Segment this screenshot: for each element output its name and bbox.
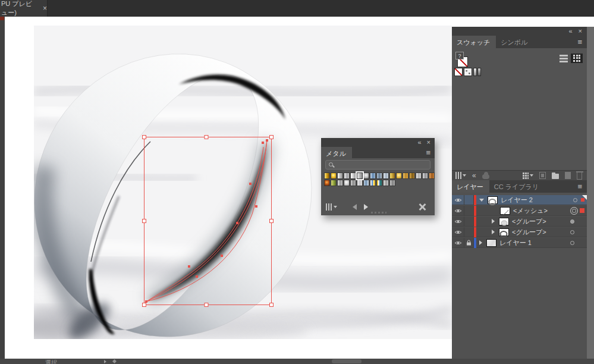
metal-swatch-7[interactable]: [363, 172, 369, 179]
gradient-swatch-1[interactable]: [473, 68, 477, 76]
panel-dock: « × スウォッチ シンボル ≡ ? «: [452, 27, 587, 364]
visibility-eye-icon[interactable]: [452, 227, 464, 237]
lock-toggle[interactable]: [464, 216, 474, 227]
target-circle[interactable]: [573, 198, 577, 202]
close-panel-icon[interactable]: ×: [579, 28, 582, 34]
panel-menu-icon[interactable]: ≡: [573, 180, 587, 193]
new-swatch-icon[interactable]: [565, 172, 570, 179]
none-swatch[interactable]: [454, 68, 463, 76]
gradient-swatch-2[interactable]: [477, 68, 481, 76]
lock-toggle[interactable]: [464, 206, 474, 216]
metal-swatch-10[interactable]: [383, 172, 389, 179]
layer-row-layer1[interactable]: レイヤー 1: [452, 238, 587, 248]
swatch-options-icon[interactable]: [539, 172, 546, 179]
target-circle[interactable]: [570, 219, 574, 224]
close-panel-icon[interactable]: ×: [427, 139, 430, 146]
layer-thumbnail[interactable]: [499, 218, 509, 225]
swatch-libraries-icon[interactable]: [455, 172, 461, 179]
panel-resize-grip[interactable]: [371, 212, 386, 214]
chevron-right-icon[interactable]: [492, 230, 495, 234]
metal-swatch-16[interactable]: [422, 172, 428, 179]
layer-row-layer2[interactable]: レイヤー 2: [452, 195, 587, 205]
metal-swatch-5[interactable]: [350, 180, 356, 186]
layer-name: レイヤー 1: [499, 239, 532, 247]
chevron-right-icon[interactable]: [492, 219, 495, 224]
visibility-eye-icon[interactable]: [452, 216, 464, 227]
layer-thumbnail[interactable]: [499, 228, 509, 236]
grid-view-icon[interactable]: [571, 54, 583, 63]
metal-swatch-5[interactable]: [350, 172, 356, 179]
lock-toggle[interactable]: [464, 195, 474, 205]
metal-swatch-6[interactable]: [357, 180, 363, 186]
search-input[interactable]: [325, 160, 430, 170]
layer-thumbnail[interactable]: [488, 196, 498, 204]
layer-row-mesh[interactable]: <メッシュ>: [452, 206, 587, 216]
visibility-eye-icon[interactable]: [452, 206, 464, 216]
metal-swatch-7[interactable]: [363, 180, 369, 186]
metal-swatch-11[interactable]: [389, 180, 395, 186]
target-circle-targeted[interactable]: [572, 209, 576, 213]
selection-indicator[interactable]: [580, 208, 584, 213]
collapse-panel-icon[interactable]: «: [568, 28, 572, 34]
metal-swatch-2[interactable]: [331, 172, 337, 179]
panel-menu-icon[interactable]: ≡: [422, 147, 435, 158]
metal-swatch-2[interactable]: [331, 180, 337, 186]
layer-row-group1[interactable]: <グループ>: [452, 216, 587, 227]
layers-panel-body: レイヤー 2 <メッシュ>: [452, 193, 587, 364]
document-tab[interactable]: PU プレビュー) ×: [0, 0, 48, 17]
metal-swatch-15[interactable]: [416, 172, 422, 179]
window-right-edge: [587, 27, 594, 364]
metal-swatch-14[interactable]: [409, 172, 415, 179]
metal-swatch-17[interactable]: [429, 172, 435, 179]
color-themes-icon[interactable]: «: [472, 172, 476, 179]
list-view-icon[interactable]: [558, 54, 570, 63]
chevron-right-icon[interactable]: [479, 240, 482, 245]
add-to-library-icon[interactable]: [482, 174, 490, 179]
metal-swatch-3[interactable]: [337, 180, 343, 186]
delete-swatch-icon[interactable]: [577, 172, 582, 180]
layer-row-group2[interactable]: <グループ>: [452, 227, 587, 237]
swatch-libraries-icon[interactable]: [326, 203, 332, 211]
panel-menu-icon[interactable]: ≡: [573, 36, 587, 48]
visibility-eye-icon[interactable]: [452, 238, 464, 248]
metal-swatch-9[interactable]: [376, 180, 382, 186]
metal-swatch-9[interactable]: [376, 172, 382, 179]
metal-swatch-13[interactable]: [403, 172, 408, 179]
metal-swatch-8[interactable]: [370, 180, 376, 186]
metal-swatch-1[interactable]: [324, 180, 330, 186]
new-color-group-icon[interactable]: [552, 174, 560, 179]
chevron-down-icon[interactable]: [479, 199, 484, 202]
metal-swatch-12[interactable]: [396, 172, 402, 179]
tab-metal[interactable]: メタル: [321, 147, 352, 158]
layer-thumbnail[interactable]: [500, 207, 510, 215]
next-library-icon[interactable]: [364, 204, 368, 210]
metal-swatch-6[interactable]: [357, 172, 363, 179]
swatch-kinds-menu-icon[interactable]: [523, 172, 528, 179]
metal-panel-tabs: メタル ≡: [321, 147, 435, 158]
tab-cc-libraries[interactable]: CC ライブラリ: [489, 180, 545, 193]
metal-swatch-4[interactable]: [344, 172, 350, 179]
lock-toggle[interactable]: [464, 227, 474, 237]
previous-library-icon[interactable]: [353, 204, 357, 210]
pattern-swatch[interactable]: [464, 68, 472, 76]
visibility-eye-icon[interactable]: [452, 195, 464, 205]
close-icon[interactable]: ×: [43, 4, 47, 12]
target-circle[interactable]: [570, 241, 574, 245]
metal-swatch-11[interactable]: [389, 172, 395, 179]
tab-swatches[interactable]: スウォッチ: [452, 36, 496, 48]
metal-swatch-8[interactable]: [370, 172, 376, 179]
tab-layers[interactable]: レイヤー: [452, 180, 489, 193]
collapse-panel-icon[interactable]: «: [417, 139, 421, 146]
horizontal-scrollbar-thumb[interactable]: [332, 359, 362, 363]
tab-symbols[interactable]: シンボル: [496, 36, 533, 48]
target-circle[interactable]: [570, 230, 574, 234]
metal-swatch-3[interactable]: [337, 172, 343, 179]
metal-swatch-10[interactable]: [383, 180, 389, 186]
toolbar-color-chip: [0, 17, 4, 20]
metal-swatch-row-1: [324, 172, 435, 179]
metal-swatch-4[interactable]: [344, 180, 350, 186]
metal-swatch-row-2: [324, 180, 395, 186]
metal-swatch-1[interactable]: [324, 172, 330, 179]
lock-icon[interactable]: [464, 238, 474, 248]
layer-thumbnail[interactable]: [486, 239, 496, 247]
